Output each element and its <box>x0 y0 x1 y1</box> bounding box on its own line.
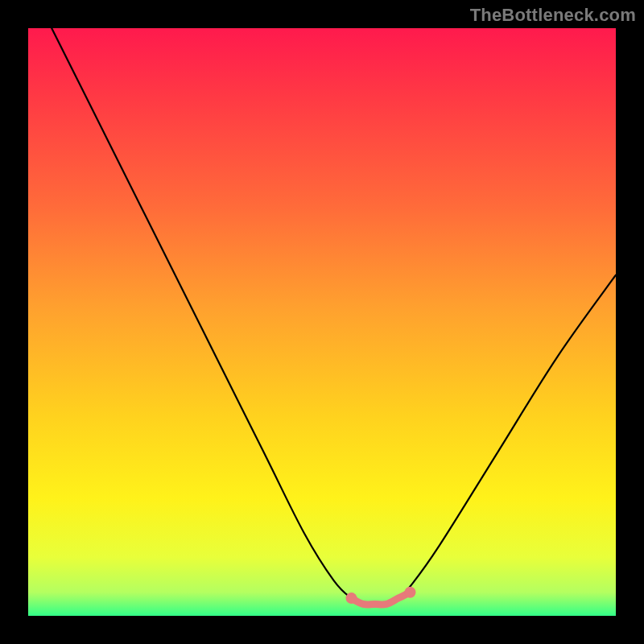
chart-svg <box>28 28 616 616</box>
optimal-endpoint-dot <box>405 587 416 598</box>
plot-area <box>28 28 616 616</box>
bottleneck-curve <box>52 28 616 605</box>
optimal-endpoint-dot <box>346 592 357 604</box>
watermark-text: TheBottleneck.com <box>470 5 636 26</box>
chart-frame: TheBottleneck.com <box>0 0 644 644</box>
optimal-range <box>352 592 411 605</box>
